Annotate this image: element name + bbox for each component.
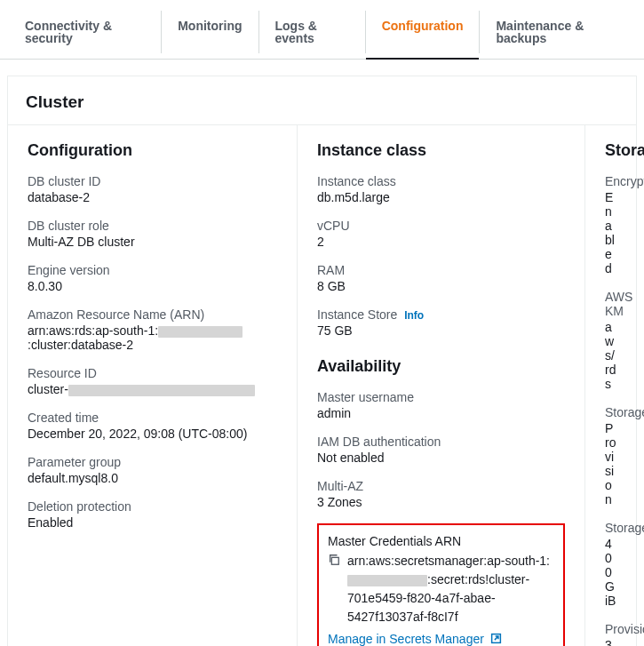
label-storage-size: Storage bbox=[605, 521, 616, 535]
value-parameter-group: default.mysql8.0 bbox=[28, 471, 277, 485]
field-deletion-protection: Deletion protection Enabled bbox=[28, 499, 277, 530]
label-storage-type: Storage bbox=[605, 405, 616, 419]
label-master-credentials: Master Credentials ARN bbox=[328, 534, 554, 548]
field-arn: Amazon Resource Name (ARN) arn:aws:rds:a… bbox=[28, 307, 277, 352]
value-multi-az: 3 Zones bbox=[317, 495, 565, 509]
cluster-panel: Cluster Configuration DB cluster ID data… bbox=[7, 76, 637, 646]
label-db-cluster-role: DB cluster role bbox=[28, 219, 277, 233]
value-encryption: Enabled bbox=[605, 190, 616, 275]
label-instance-store: Instance Store Info bbox=[317, 307, 565, 322]
label-resource-id: Resource ID bbox=[28, 366, 277, 380]
tab-configuration[interactable]: Configuration bbox=[366, 11, 481, 53]
tab-maintenance[interactable]: Maintenance & backups bbox=[480, 11, 635, 53]
value-kms[interactable]: aws/rds bbox=[605, 320, 616, 391]
label-deletion-protection: Deletion protection bbox=[28, 499, 277, 514]
redacted-account-id bbox=[158, 326, 242, 338]
instance-store-label-text: Instance Store bbox=[317, 307, 397, 322]
value-master-username: admin bbox=[317, 406, 565, 420]
master-credentials-highlight: Master Credentials ARN arn:aws:secretsma… bbox=[317, 523, 565, 646]
field-created-time: Created time December 20, 2022, 09:08 (U… bbox=[28, 411, 277, 441]
field-resource-id: Resource ID cluster- bbox=[28, 366, 277, 396]
configuration-column: Configuration DB cluster ID database-2 D… bbox=[8, 125, 298, 646]
value-instance-class: db.m5d.large bbox=[317, 190, 565, 204]
field-db-cluster-role: DB cluster role Multi-AZ DB cluster bbox=[28, 219, 277, 249]
value-storage-type: Provision bbox=[605, 421, 616, 506]
storage-column: Storag Encrypti Enabled AWS KM aws/rds S… bbox=[585, 125, 636, 646]
redacted-creds-account bbox=[347, 575, 427, 586]
value-db-cluster-id: database-2 bbox=[28, 190, 277, 204]
arn-prefix: arn:aws:rds:ap-south-1: bbox=[28, 323, 158, 338]
label-iam: IAM DB authentication bbox=[317, 435, 565, 449]
field-kms: AWS KM aws/rds bbox=[605, 290, 616, 391]
label-kms: AWS KM bbox=[605, 290, 616, 318]
field-iam: IAM DB authentication Not enabled bbox=[317, 435, 565, 465]
label-parameter-group: Parameter group bbox=[28, 455, 277, 469]
label-encryption: Encrypti bbox=[605, 174, 616, 188]
field-parameter-group: Parameter group default.mysql8.0 bbox=[28, 455, 277, 485]
arn-suffix: :cluster:database-2 bbox=[28, 338, 133, 352]
value-ram: 8 GB bbox=[317, 279, 565, 293]
field-storage-type: Storage Provision bbox=[605, 405, 616, 506]
field-instance-store: Instance Store Info 75 GB bbox=[317, 307, 565, 338]
external-link-icon bbox=[490, 633, 502, 644]
field-storage-size: Storage 400 GiB bbox=[605, 521, 616, 608]
tab-logs[interactable]: Logs & events bbox=[259, 11, 366, 53]
label-arn: Amazon Resource Name (ARN) bbox=[28, 307, 277, 322]
instance-class-title: Instance class bbox=[317, 141, 565, 160]
panel-title: Cluster bbox=[8, 76, 636, 124]
resource-id-prefix: cluster- bbox=[28, 382, 68, 396]
manage-secrets-link[interactable]: Manage in Secrets Manager bbox=[328, 632, 502, 646]
svg-rect-0 bbox=[331, 557, 338, 564]
value-deletion-protection: Enabled bbox=[28, 515, 277, 530]
field-multi-az: Multi-AZ 3 Zones bbox=[317, 479, 565, 509]
value-provisioned: 3000 IO bbox=[605, 638, 616, 646]
value-iam: Not enabled bbox=[317, 451, 565, 465]
creds-arn-prefix: arn:aws:secretsmanager:ap-south-1: bbox=[347, 554, 550, 568]
value-arn: arn:aws:rds:ap-south-1::cluster:database… bbox=[28, 323, 277, 352]
tab-monitoring[interactable]: Monitoring bbox=[162, 11, 258, 53]
label-db-cluster-id: DB cluster ID bbox=[28, 174, 277, 188]
field-db-cluster-id: DB cluster ID database-2 bbox=[28, 174, 277, 204]
label-instance-class: Instance class bbox=[317, 174, 565, 188]
manage-link-text: Manage in Secrets Manager bbox=[328, 632, 484, 646]
label-ram: RAM bbox=[317, 263, 565, 277]
copy-icon[interactable] bbox=[328, 554, 340, 566]
availability-title: Availability bbox=[317, 357, 565, 376]
field-instance-class: Instance class db.m5d.large bbox=[317, 174, 565, 204]
label-engine-version: Engine version bbox=[28, 263, 277, 277]
value-vcpu: 2 bbox=[317, 235, 565, 249]
field-vcpu: vCPU 2 bbox=[317, 219, 565, 249]
value-storage-size: 400 GiB bbox=[605, 537, 616, 608]
instance-column: Instance class Instance class db.m5d.lar… bbox=[298, 125, 585, 646]
field-engine-version: Engine version 8.0.30 bbox=[28, 263, 277, 293]
tabs-bar: Connectivity & security Monitoring Logs … bbox=[0, 5, 644, 60]
storage-title: Storag bbox=[605, 141, 616, 160]
value-db-cluster-role: Multi-AZ DB cluster bbox=[28, 235, 277, 249]
field-ram: RAM 8 GB bbox=[317, 263, 565, 293]
tab-connectivity[interactable]: Connectivity & security bbox=[9, 11, 162, 53]
label-vcpu: vCPU bbox=[317, 219, 565, 233]
value-created-time: December 20, 2022, 09:08 (UTC-08:00) bbox=[28, 427, 277, 441]
field-master-username: Master username admin bbox=[317, 390, 565, 420]
value-resource-id: cluster- bbox=[28, 382, 277, 396]
field-encryption: Encrypti Enabled bbox=[605, 174, 616, 275]
info-link[interactable]: Info bbox=[404, 309, 424, 322]
field-provisioned: Provision 3000 IO bbox=[605, 622, 616, 646]
value-instance-store: 75 GB bbox=[317, 323, 565, 338]
value-master-credentials: arn:aws:secretsmanager:ap-south-1::secre… bbox=[347, 552, 554, 626]
label-multi-az: Multi-AZ bbox=[317, 479, 565, 493]
value-engine-version: 8.0.30 bbox=[28, 279, 277, 293]
label-provisioned: Provision bbox=[605, 622, 616, 636]
label-master-username: Master username bbox=[317, 390, 565, 404]
redacted-resource-id bbox=[68, 385, 255, 396]
configuration-title: Configuration bbox=[28, 141, 277, 160]
label-created-time: Created time bbox=[28, 411, 277, 425]
